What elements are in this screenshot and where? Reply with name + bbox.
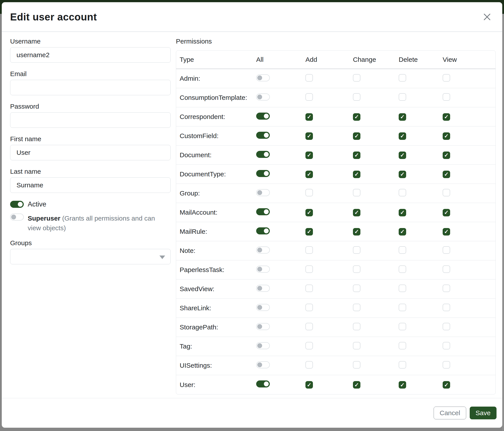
permission-all-toggle[interactable] (256, 285, 270, 292)
permission-add-checkbox[interactable] (306, 189, 313, 196)
permission-add-checkbox[interactable] (306, 209, 313, 216)
permission-add-checkbox[interactable] (306, 342, 313, 350)
permission-change-checkbox[interactable] (353, 189, 360, 196)
permission-view-checkbox[interactable] (443, 342, 450, 350)
permission-all-toggle[interactable] (256, 132, 270, 139)
permission-view-checkbox[interactable] (443, 152, 450, 159)
permission-add-checkbox[interactable] (306, 113, 313, 121)
permission-all-toggle[interactable] (256, 93, 270, 100)
permission-change-checkbox[interactable] (353, 152, 360, 159)
permission-change-checkbox[interactable] (353, 132, 360, 140)
permission-all-toggle[interactable] (256, 208, 270, 215)
permission-add-checkbox[interactable] (306, 323, 313, 330)
active-label: Active (28, 200, 46, 208)
permission-all-toggle[interactable] (256, 74, 270, 81)
permission-delete-checkbox[interactable] (399, 209, 406, 216)
permission-delete-checkbox[interactable] (399, 246, 406, 254)
permission-add-checkbox[interactable] (306, 171, 313, 178)
col-header-view: View (439, 51, 495, 69)
save-button[interactable]: Save (470, 407, 496, 419)
permission-all-toggle[interactable] (256, 380, 270, 387)
email-input[interactable] (10, 80, 171, 95)
permission-view-checkbox[interactable] (443, 265, 450, 273)
permission-all-toggle[interactable] (256, 266, 270, 273)
permission-all-toggle[interactable] (256, 304, 270, 311)
permission-all-toggle[interactable] (256, 361, 270, 368)
permission-view-checkbox[interactable] (443, 285, 450, 292)
permission-change-checkbox[interactable] (353, 93, 360, 101)
permission-delete-checkbox[interactable] (399, 189, 406, 196)
permission-all-toggle[interactable] (256, 170, 270, 177)
permission-view-checkbox[interactable] (443, 189, 450, 196)
permission-view-checkbox[interactable] (443, 361, 450, 368)
permission-view-checkbox[interactable] (443, 209, 450, 216)
groups-select[interactable] (10, 249, 171, 264)
permission-add-checkbox[interactable] (306, 132, 313, 140)
permission-add-checkbox[interactable] (306, 152, 313, 159)
close-button[interactable] (482, 12, 492, 22)
page-scrollbar[interactable] (502, 14, 504, 431)
permission-all-toggle[interactable] (256, 189, 270, 196)
active-toggle[interactable] (10, 201, 24, 208)
permission-delete-checkbox[interactable] (399, 228, 406, 235)
permission-add-checkbox[interactable] (306, 93, 313, 101)
permission-change-checkbox[interactable] (353, 228, 360, 235)
permission-delete-checkbox[interactable] (399, 152, 406, 159)
permission-all-toggle[interactable] (256, 342, 270, 349)
permission-change-checkbox[interactable] (353, 285, 360, 292)
permission-view-checkbox[interactable] (443, 132, 450, 140)
permission-change-checkbox[interactable] (353, 342, 360, 350)
permission-all-toggle[interactable] (256, 246, 270, 253)
permission-change-checkbox[interactable] (353, 246, 360, 254)
permission-all-toggle[interactable] (256, 227, 270, 234)
permission-add-checkbox[interactable] (306, 361, 313, 368)
permission-delete-checkbox[interactable] (399, 171, 406, 178)
permission-change-checkbox[interactable] (353, 265, 360, 273)
superuser-toggle[interactable] (10, 214, 24, 221)
permission-add-checkbox[interactable] (306, 304, 313, 311)
permission-change-checkbox[interactable] (353, 304, 360, 311)
permission-change-checkbox[interactable] (353, 381, 360, 389)
permission-delete-checkbox[interactable] (399, 361, 406, 368)
permission-view-checkbox[interactable] (443, 381, 450, 389)
permission-view-checkbox[interactable] (443, 171, 450, 178)
permission-view-checkbox[interactable] (443, 246, 450, 254)
permission-delete-checkbox[interactable] (399, 285, 406, 292)
permission-view-checkbox[interactable] (443, 304, 450, 311)
permission-delete-checkbox[interactable] (399, 113, 406, 121)
permission-view-checkbox[interactable] (443, 74, 450, 81)
permission-view-checkbox[interactable] (443, 113, 450, 121)
last-name-input[interactable] (10, 178, 171, 193)
permission-add-checkbox[interactable] (306, 246, 313, 254)
permission-change-checkbox[interactable] (353, 171, 360, 178)
cancel-button[interactable]: Cancel (434, 407, 466, 419)
permission-delete-checkbox[interactable] (399, 93, 406, 101)
permission-view-checkbox[interactable] (443, 323, 450, 330)
permission-delete-checkbox[interactable] (399, 381, 406, 389)
permission-add-checkbox[interactable] (306, 381, 313, 389)
permission-view-checkbox[interactable] (443, 93, 450, 101)
permission-delete-checkbox[interactable] (399, 265, 406, 273)
permission-all-toggle[interactable] (256, 151, 270, 158)
permission-type-label: Document: (176, 146, 253, 165)
permission-change-checkbox[interactable] (353, 323, 360, 330)
permission-delete-checkbox[interactable] (399, 342, 406, 350)
permission-change-checkbox[interactable] (353, 361, 360, 368)
username-input[interactable] (10, 47, 171, 63)
permission-delete-checkbox[interactable] (399, 132, 406, 140)
permission-delete-checkbox[interactable] (399, 323, 406, 330)
permission-delete-checkbox[interactable] (399, 304, 406, 311)
password-input[interactable] (10, 112, 171, 128)
permission-delete-checkbox[interactable] (399, 74, 406, 81)
permission-add-checkbox[interactable] (306, 228, 313, 235)
permission-change-checkbox[interactable] (353, 113, 360, 121)
permission-view-checkbox[interactable] (443, 228, 450, 235)
permission-all-toggle[interactable] (256, 113, 270, 120)
permission-add-checkbox[interactable] (306, 265, 313, 273)
permission-add-checkbox[interactable] (306, 285, 313, 292)
permission-change-checkbox[interactable] (353, 74, 360, 81)
permission-add-checkbox[interactable] (306, 74, 313, 81)
permission-all-toggle[interactable] (256, 323, 270, 330)
permission-change-checkbox[interactable] (353, 209, 360, 216)
first-name-input[interactable] (10, 145, 171, 160)
